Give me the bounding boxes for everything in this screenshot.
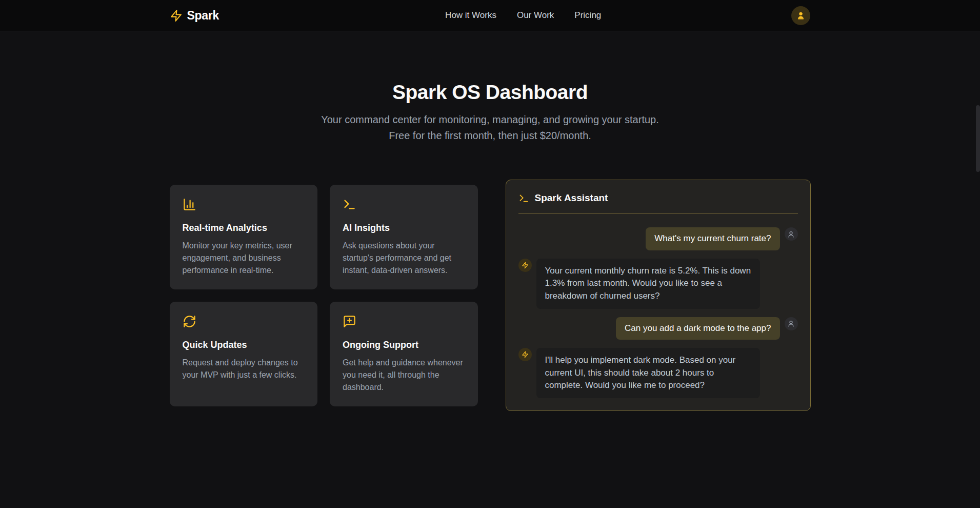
assistant-panel-title: Spark Assistant: [535, 192, 608, 204]
assistant-message-bubble: Your current monthly churn rate is 5.2%.…: [536, 259, 760, 309]
user-avatar-button[interactable]: [791, 6, 810, 25]
feature-card-title: Ongoing Support: [343, 340, 465, 350]
nav-link-our-work[interactable]: Our Work: [517, 10, 554, 21]
feature-card-description: Ask questions about your startup's perfo…: [343, 240, 465, 277]
spark-assistant-panel: Spark Assistant What's my current churn …: [506, 180, 811, 411]
feature-cards: Real-time Analytics Monitor your key met…: [170, 185, 478, 406]
zap-icon: [522, 351, 529, 358]
feature-card-realtime-analytics: Real-time Analytics Monitor your key met…: [170, 185, 318, 289]
nav-link-how-it-works[interactable]: How it Works: [445, 10, 496, 21]
assistant-message-bubble: I'll help you implement dark mode. Based…: [536, 348, 760, 398]
user-icon: [787, 320, 795, 327]
feature-card-title: Quick Updates: [183, 340, 305, 350]
assistant-panel-header: Spark Assistant: [518, 192, 798, 204]
refresh-icon: [183, 315, 305, 328]
feature-card-title: Real-time Analytics: [183, 223, 305, 233]
user-avatar: [785, 227, 798, 241]
feature-card-title: AI Insights: [343, 223, 465, 233]
assistant-avatar: [518, 259, 532, 272]
assistant-avatar: [518, 348, 532, 361]
message-square-plus-icon: [343, 315, 465, 328]
chat-message-assistant: I'll help you implement dark mode. Based…: [518, 348, 798, 398]
page-title: Spark OS Dashboard: [0, 81, 980, 104]
feature-card-description: Monitor your key metrics, user engagemen…: [183, 240, 305, 277]
feature-card-description: Get help and guidance whenever you need …: [343, 357, 465, 394]
chart-column-icon: [183, 198, 305, 211]
chat-message-user: What's my current churn rate?: [518, 227, 798, 250]
brand-name: Spark: [187, 9, 219, 23]
user-message-bubble: What's my current churn rate?: [646, 227, 779, 250]
panel-divider: [518, 213, 798, 214]
user-icon: [796, 11, 806, 21]
hero-section: Spark OS Dashboard Your command center f…: [0, 31, 980, 144]
nav-link-pricing[interactable]: Pricing: [574, 10, 601, 21]
chat-message-user: Can you add a dark mode to the app?: [518, 317, 798, 340]
terminal-icon: [518, 193, 529, 204]
brand-logo[interactable]: Spark: [170, 9, 219, 23]
main-content: Real-time Analytics Monitor your key met…: [170, 180, 811, 411]
nav-links: How it Works Our Work Pricing: [445, 10, 601, 21]
user-message-bubble: Can you add a dark mode to the app?: [616, 317, 779, 340]
feature-card-quick-updates: Quick Updates Request and deploy changes…: [170, 302, 318, 406]
feature-card-ongoing-support: Ongoing Support Get help and guidance wh…: [330, 302, 478, 406]
zap-icon: [170, 9, 183, 22]
feature-card-description: Request and deploy changes to your MVP w…: [183, 357, 305, 381]
navbar: Spark How it Works Our Work Pricing: [0, 0, 980, 31]
terminal-icon: [343, 198, 465, 211]
feature-card-ai-insights: AI Insights Ask questions about your sta…: [330, 185, 478, 289]
chat-messages: What's my current churn rate? Your curre…: [518, 227, 798, 398]
zap-icon: [522, 262, 529, 269]
user-avatar: [785, 317, 798, 330]
hero-subtitle: Your command center for monitoring, mana…: [311, 112, 670, 144]
chat-message-assistant: Your current monthly churn rate is 5.2%.…: [518, 259, 798, 309]
page-scrollbar-thumb[interactable]: [976, 105, 980, 172]
user-icon: [787, 230, 795, 238]
